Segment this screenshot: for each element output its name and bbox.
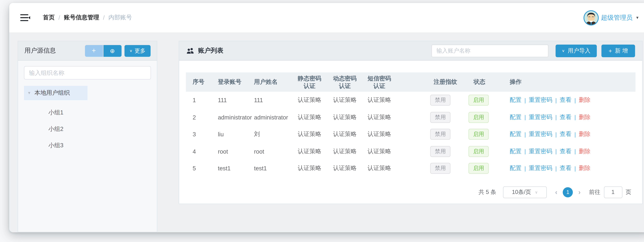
action-reset-password[interactable]: 重置密码 [529, 114, 552, 121]
sms-auth-policy-link[interactable]: 认证策略 [368, 148, 428, 155]
static-auth-policy-link[interactable]: 认证策略 [298, 114, 333, 121]
cell-status: 启用 [468, 129, 505, 140]
sms-auth-policy-link[interactable]: 认证策略 [368, 165, 428, 172]
chevron-down-icon: ▼ [636, 16, 639, 20]
prev-page-button[interactable]: ‹ [555, 189, 557, 195]
cell-fingerprint: 禁用 [428, 146, 468, 157]
action-separator: | [574, 131, 576, 138]
static-auth-policy-link[interactable]: 认证策略 [298, 96, 333, 104]
action-reset-password[interactable]: 重置密码 [529, 148, 552, 155]
action-delete[interactable]: 删除 [579, 130, 590, 138]
app: 首页 / 账号信息管理 / 内部账号 [0, 0, 644, 242]
table-row: 1 111 111 认证策略 认证策略 认证策略 禁用 启用 配置|重置密码|查… [186, 92, 636, 109]
cell-actions: 配置|重置密码|查看|删除 [505, 165, 636, 172]
breadcrumb-link[interactable]: 账号信息管理 [64, 14, 99, 22]
sms-auth-policy-link[interactable]: 认证策略 [368, 130, 428, 138]
action-delete[interactable]: 删除 [579, 148, 590, 155]
action-configure[interactable]: 配置 [510, 114, 522, 121]
cell-status: 启用 [468, 146, 505, 157]
cell-fingerprint: 禁用 [428, 112, 468, 123]
action-view[interactable]: 查看 [560, 96, 571, 104]
organization-tree: ▼ 本地用户组织 小组1 小组2 小组3 [24, 86, 151, 149]
column-header: 注册指纹 [428, 78, 468, 86]
action-delete[interactable]: 删除 [579, 114, 590, 121]
user-source-panel: 用户源信息 + ⊕ ∨ 更多 ▼ 本地用户组织 [18, 41, 157, 232]
account-search-input[interactable] [431, 44, 548, 57]
breadcrumb-separator: / [58, 14, 60, 21]
cell-status: 启用 [468, 112, 505, 123]
dynamic-auth-policy-link[interactable]: 认证策略 [333, 165, 368, 172]
fingerprint-status-badge: 禁用 [430, 95, 450, 106]
action-reset-password[interactable]: 重置密码 [529, 165, 552, 172]
add-circle-button[interactable]: ⊕ [103, 45, 121, 56]
action-separator: | [524, 148, 526, 154]
dynamic-auth-policy-link[interactable]: 认证策略 [333, 148, 368, 155]
cell-login-account: 111 [218, 97, 254, 104]
next-page-button[interactable]: › [578, 189, 580, 195]
tree-node-child[interactable]: 小组3 [48, 142, 151, 149]
sms-auth-policy-link[interactable]: 认证策略 [368, 96, 428, 104]
breadcrumb-link: 内部账号 [108, 14, 132, 22]
user-source-panel-body: ▼ 本地用户组织 小组1 小组2 小组3 [18, 60, 157, 155]
column-header: 登录账号 [218, 78, 254, 86]
page-size-select[interactable]: 10条/页 ∨ [503, 186, 547, 198]
account-table: 序号登录账号用户姓名静态密码认证动态密码认证短信密码认证注册指纹状态操作 1 1… [186, 72, 636, 177]
action-configure[interactable]: 配置 [510, 165, 522, 172]
static-auth-policy-link[interactable]: 认证策略 [298, 130, 333, 138]
tree-children: 小组1 小组2 小组3 [24, 109, 151, 149]
dynamic-auth-policy-link[interactable]: 认证策略 [333, 114, 368, 121]
cell-user-name: 刘 [254, 130, 298, 138]
cell-fingerprint: 禁用 [428, 95, 468, 106]
fingerprint-status-badge: 禁用 [430, 146, 450, 157]
cell-index: 3 [186, 131, 218, 138]
action-configure[interactable]: 配置 [510, 148, 522, 155]
chevron-down-icon: ∨ [535, 190, 538, 194]
user-import-button[interactable]: ∨ 用户导入 [556, 44, 597, 57]
goto-page-input[interactable] [604, 186, 622, 198]
account-list-panel: 账户列表 ∨ 用户导入 + 新 增 序号登录账号用户姓名静态密码认证动态密码认证… [179, 41, 643, 204]
action-view[interactable]: 查看 [560, 114, 571, 121]
action-view[interactable]: 查看 [560, 165, 571, 172]
dynamic-auth-policy-link[interactable]: 认证策略 [333, 130, 368, 138]
tree-node-root[interactable]: ▼ 本地用户组织 [24, 86, 88, 100]
more-button[interactable]: ∨ 更多 [124, 45, 150, 56]
cell-actions: 配置|重置密码|查看|删除 [505, 130, 636, 138]
cell-login-account: administrator [218, 114, 254, 120]
breadcrumb: 首页 / 账号信息管理 / 内部账号 [43, 14, 132, 22]
add-account-button[interactable]: + 新 增 [602, 44, 635, 57]
account-list-header: 账户列表 ∨ 用户导入 + 新 增 [179, 41, 642, 60]
chevron-down-icon: ∨ [562, 49, 565, 53]
cell-actions: 配置|重置密码|查看|删除 [505, 96, 636, 104]
collapse-sidebar-icon[interactable] [20, 14, 30, 22]
action-delete[interactable]: 删除 [579, 165, 590, 172]
add-account-label: 新 增 [615, 47, 628, 54]
add-button[interactable]: + [85, 45, 103, 56]
current-page-button[interactable]: 1 [563, 187, 573, 197]
column-header: 短信密码认证 [368, 74, 428, 90]
action-reset-password[interactable]: 重置密码 [529, 130, 552, 138]
cell-user-name: test1 [254, 165, 298, 172]
action-separator: | [574, 148, 576, 154]
action-configure[interactable]: 配置 [510, 96, 522, 104]
action-configure[interactable]: 配置 [510, 130, 522, 138]
breadcrumb-link[interactable]: 首页 [43, 14, 54, 22]
action-separator: | [555, 148, 557, 154]
tree-expand-icon[interactable]: ▼ [27, 91, 31, 95]
user-menu[interactable]: 超级管理员 ▼ [583, 10, 639, 26]
action-reset-password[interactable]: 重置密码 [529, 96, 552, 104]
status-badge: 启用 [468, 112, 489, 123]
static-auth-policy-link[interactable]: 认证策略 [298, 165, 333, 172]
chevron-down-icon: ∨ [130, 49, 132, 52]
action-view[interactable]: 查看 [560, 130, 571, 138]
topbar: 首页 / 账号信息管理 / 内部账号 [9, 3, 644, 32]
dynamic-auth-policy-link[interactable]: 认证策略 [333, 96, 368, 104]
action-separator: | [524, 114, 526, 120]
tree-node-child[interactable]: 小组2 [48, 126, 151, 133]
organization-search-input[interactable] [24, 66, 151, 80]
tree-node-child[interactable]: 小组1 [48, 109, 151, 116]
fingerprint-status-badge: 禁用 [430, 163, 450, 174]
sms-auth-policy-link[interactable]: 认证策略 [368, 114, 428, 121]
action-view[interactable]: 查看 [560, 148, 571, 155]
static-auth-policy-link[interactable]: 认证策略 [298, 148, 333, 155]
action-delete[interactable]: 删除 [579, 96, 590, 104]
